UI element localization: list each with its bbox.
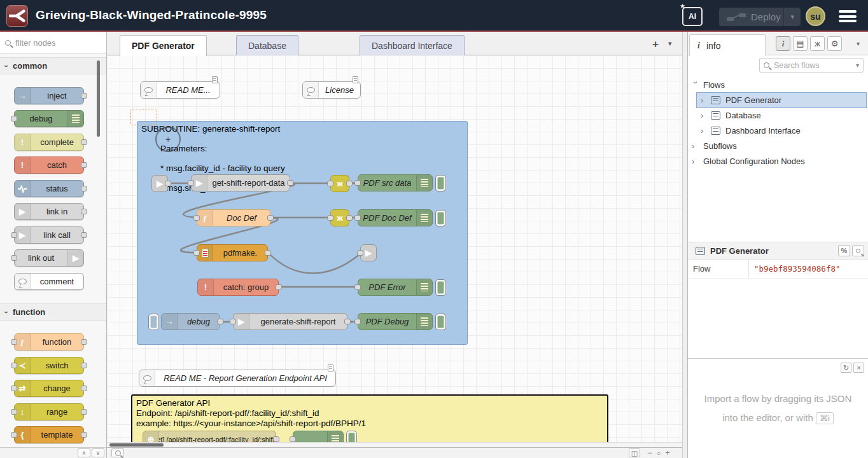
chevron-right-icon[interactable]: › <box>692 156 699 166</box>
output-port[interactable] <box>346 181 353 186</box>
node-generate-shift-report[interactable]: ▶ generate-shift-report <box>233 313 347 330</box>
tree-item-dashboard-interface[interactable]: › Dashboard Interface <box>688 123 868 138</box>
input-port[interactable] <box>357 250 363 256</box>
output-port[interactable] <box>265 250 271 256</box>
debug-toggle-button[interactable] <box>435 210 446 226</box>
output-port[interactable] <box>81 363 87 368</box>
deploy-button[interactable]: Deploy ▾ <box>719 8 801 26</box>
palette-node-link-out[interactable]: link out ▶ <box>14 249 84 267</box>
node-doc-def[interactable]: ƒ Doc Def <box>197 209 270 226</box>
output-port[interactable] <box>217 319 223 324</box>
input-port[interactable] <box>11 255 17 261</box>
sidebar-debug-toolbutton[interactable]: ж <box>810 36 825 51</box>
tree-flows-root[interactable]: › Flows <box>688 78 868 92</box>
sidebar-tab-info[interactable]: i info <box>689 34 766 56</box>
flow-canvas[interactable]: SUBROUTINE: generate-shift-report Parame… <box>107 55 686 447</box>
canvas-search-button[interactable] <box>111 448 124 457</box>
input-port[interactable] <box>354 319 361 324</box>
tab-dashboard-interface[interactable]: Dashboard Interface <box>360 35 465 55</box>
palette-category-function[interactable]: › function <box>0 303 106 321</box>
output-port[interactable] <box>81 232 87 238</box>
node-debug-inject[interactable]: → debug <box>161 313 220 330</box>
input-port[interactable] <box>11 116 17 121</box>
chevron-right-icon[interactable]: › <box>701 95 708 105</box>
add-flow-button[interactable]: + <box>648 37 663 52</box>
palette-node-change[interactable]: ⇄ change <box>14 380 84 397</box>
node-link-in[interactable]: ▶ <box>151 175 168 192</box>
node-assert-src[interactable]: ж <box>330 175 349 192</box>
input-port[interactable] <box>11 339 17 345</box>
flow-search-input[interactable]: Search flows ▾ <box>759 58 864 73</box>
node-pdf-src-data[interactable]: PDF src data <box>358 174 433 191</box>
tab-database[interactable]: Database <box>236 35 298 55</box>
output-port[interactable] <box>81 385 87 391</box>
output-port[interactable] <box>273 436 279 442</box>
output-port[interactable] <box>165 181 171 186</box>
zoom-out-button[interactable]: − <box>645 448 654 457</box>
navigator-button[interactable]: ◫ <box>629 448 640 457</box>
input-port[interactable] <box>354 215 361 221</box>
node-assert-doc[interactable]: ж <box>330 209 349 226</box>
canvas-horizontal-scrollbar[interactable] <box>107 442 686 447</box>
copy-link-button[interactable]: % <box>838 245 850 256</box>
palette-node-switch[interactable]: ≺ switch <box>14 357 84 374</box>
group-subroutine[interactable]: SUBROUTINE: generate-shift-report Parame… <box>137 121 468 345</box>
flow-list-caret[interactable]: ▾ <box>668 39 672 48</box>
output-port[interactable] <box>81 209 87 214</box>
output-port[interactable] <box>81 139 87 145</box>
debug-toggle-button[interactable] <box>435 279 446 296</box>
ai-assistant-button[interactable]: AI <box>682 7 703 26</box>
sidebar-config-toolbutton[interactable]: ⚙ <box>827 36 842 51</box>
node-link-out[interactable]: ▶ <box>360 244 377 261</box>
output-port[interactable] <box>81 186 87 191</box>
debug-toggle-button[interactable] <box>435 314 446 330</box>
palette-node-function[interactable]: ƒ function <box>14 333 84 350</box>
palette-node-complete[interactable]: ! complete <box>14 134 84 151</box>
sidebar-help-toolbutton[interactable]: ▤ <box>793 36 808 51</box>
tree-subflows[interactable]: › Subflows <box>688 139 868 153</box>
input-port[interactable] <box>11 232 17 238</box>
palette-node-status[interactable]: status <box>14 180 84 197</box>
tab-pdf-generator[interactable]: PDF Generator <box>120 35 207 56</box>
group-pdf-generator-api[interactable]: PDF Generator API Endpoint: /api/shift-r… <box>131 394 608 447</box>
find-flow-button[interactable] <box>852 245 864 256</box>
palette-node-link-in[interactable]: ▶ link in <box>14 203 84 220</box>
palette-filter[interactable]: filter nodes <box>0 32 106 54</box>
tree-global-config[interactable]: › Global Configuration Nodes <box>688 154 868 169</box>
inject-trigger-button[interactable] <box>148 314 159 330</box>
main-menu-button[interactable] <box>839 10 857 22</box>
palette-node-catch[interactable]: ! catch <box>14 156 84 174</box>
input-port[interactable] <box>11 432 17 438</box>
input-port[interactable] <box>230 319 236 324</box>
output-port[interactable] <box>81 93 87 99</box>
node-catch-group[interactable]: ! catch: group <box>197 279 279 296</box>
output-port[interactable] <box>344 319 351 324</box>
sidebar-info-toolbutton[interactable]: i <box>776 36 790 51</box>
palette-scrollbar[interactable] <box>97 60 100 137</box>
palette-node-inject[interactable]: → inject <box>14 87 84 104</box>
node-pdf-error[interactable]: PDF Error <box>358 279 433 296</box>
input-port[interactable] <box>327 181 333 186</box>
output-port[interactable] <box>81 432 87 438</box>
comment-license[interactable]: License <box>302 81 361 99</box>
user-avatar[interactable]: su <box>806 6 825 26</box>
input-port[interactable] <box>11 409 17 415</box>
palette-node-link-call[interactable]: ▶ link call <box>14 226 84 244</box>
output-port[interactable] <box>81 409 87 415</box>
output-port[interactable] <box>267 215 274 221</box>
node-pdfmake[interactable]: pdfmake. <box>197 244 268 261</box>
output-port[interactable] <box>81 162 87 168</box>
chevron-right-icon[interactable]: › <box>692 141 699 151</box>
node-pdf-debug[interactable]: PDF Debug <box>358 313 433 330</box>
input-port[interactable] <box>354 180 361 186</box>
refresh-button[interactable]: ↻ <box>841 363 851 373</box>
comment-readme-top[interactable]: READ ME... <box>140 81 220 99</box>
node-pdf-doc-def[interactable]: PDF Doc Def <box>358 209 433 226</box>
output-port[interactable] <box>287 180 293 186</box>
sidebar-resize-handle[interactable] <box>682 32 687 458</box>
palette-node-template[interactable]: { template <box>14 426 84 443</box>
input-port[interactable] <box>290 436 296 442</box>
sidebar-tabs-caret[interactable]: ▾ <box>851 36 865 51</box>
input-port[interactable] <box>354 284 361 290</box>
node-get-shift-report-data[interactable]: ▶ get-shift-report-data <box>191 174 290 191</box>
